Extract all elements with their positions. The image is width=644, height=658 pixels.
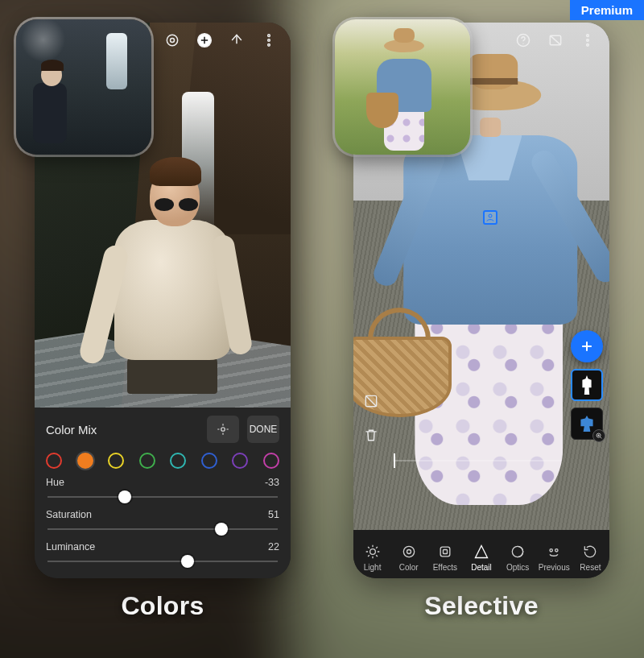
svg-point-3 bbox=[268, 35, 270, 37]
svg-point-16 bbox=[369, 549, 375, 555]
svg-point-11 bbox=[587, 39, 589, 42]
share-icon[interactable] bbox=[226, 30, 247, 51]
color-mix-panel: Color Mix DONE bbox=[35, 408, 291, 578]
tool-detail[interactable]: Detail bbox=[464, 544, 498, 572]
svg-point-5 bbox=[268, 44, 270, 47]
svg-point-1 bbox=[171, 39, 175, 43]
mask-tool-column bbox=[569, 330, 605, 440]
luminance-value: 22 bbox=[268, 541, 279, 552]
swatch-magenta[interactable] bbox=[263, 453, 279, 469]
swatch-orange[interactable] bbox=[77, 453, 93, 469]
left-before-thumbnail bbox=[16, 19, 151, 155]
right-panel: Light Color Effects Detail Optics bbox=[338, 23, 625, 640]
swatch-aqua[interactable] bbox=[170, 453, 186, 469]
swatch-yellow[interactable] bbox=[108, 453, 124, 469]
person-selection-marker[interactable] bbox=[483, 210, 497, 225]
tool-optics[interactable]: Optics bbox=[501, 544, 535, 572]
view-original-icon[interactable] bbox=[162, 30, 183, 51]
svg-point-10 bbox=[587, 35, 589, 37]
panel-title: Color Mix bbox=[46, 423, 199, 437]
left-panel: Color Mix DONE bbox=[19, 23, 306, 640]
svg-point-17 bbox=[403, 546, 414, 557]
tool-effects[interactable]: Effects bbox=[427, 544, 462, 572]
hue-value: -33 bbox=[265, 477, 279, 488]
saturation-value: 51 bbox=[268, 509, 279, 520]
premium-badge: Premium bbox=[570, 0, 644, 20]
subject-person bbox=[85, 143, 246, 384]
luminance-slider[interactable]: Luminance 22 bbox=[46, 541, 279, 567]
hue-slider[interactable]: Hue -33 bbox=[46, 477, 279, 503]
svg-point-22 bbox=[550, 549, 552, 552]
tool-light[interactable]: Light bbox=[355, 544, 390, 572]
selective-toolbar: Light Color Effects Detail Optics bbox=[353, 530, 609, 578]
saturation-label: Saturation bbox=[46, 509, 92, 520]
hue-label: Hue bbox=[46, 477, 64, 488]
add-mask-button[interactable] bbox=[571, 330, 603, 362]
mask-zoom-button[interactable] bbox=[592, 429, 605, 442]
svg-point-0 bbox=[167, 35, 177, 45]
tool-previous[interactable]: Previous bbox=[537, 544, 572, 572]
svg-rect-19 bbox=[440, 547, 450, 557]
invert-mask-icon[interactable] bbox=[360, 390, 382, 412]
svg-point-13 bbox=[489, 214, 492, 217]
caption-selective: Selective bbox=[424, 591, 538, 621]
swatch-green[interactable] bbox=[139, 453, 155, 469]
delete-mask-icon[interactable] bbox=[360, 424, 382, 446]
mask-left-tools bbox=[360, 390, 382, 446]
luminance-label: Luminance bbox=[46, 541, 95, 552]
target-adjust-button[interactable] bbox=[207, 416, 239, 443]
more-icon[interactable] bbox=[577, 30, 598, 51]
svg-point-6 bbox=[221, 428, 225, 432]
swatch-red[interactable] bbox=[46, 453, 62, 469]
svg-point-12 bbox=[587, 44, 589, 47]
svg-point-8 bbox=[522, 43, 523, 44]
swatch-purple[interactable] bbox=[232, 453, 248, 469]
svg-point-4 bbox=[268, 39, 270, 42]
swatch-blue[interactable] bbox=[201, 453, 217, 469]
svg-point-23 bbox=[555, 549, 558, 552]
mask-thumb-b[interactable] bbox=[571, 408, 603, 440]
saturation-slider[interactable]: Saturation 51 bbox=[46, 509, 279, 535]
svg-rect-20 bbox=[443, 550, 447, 554]
done-button[interactable]: DONE bbox=[247, 416, 279, 443]
right-before-thumbnail bbox=[335, 19, 470, 155]
help-icon[interactable] bbox=[513, 30, 534, 51]
compare-icon[interactable] bbox=[545, 30, 566, 51]
add-icon[interactable] bbox=[194, 30, 215, 51]
tool-reset[interactable]: Reset bbox=[573, 544, 608, 572]
mask-thumb-a[interactable] bbox=[571, 369, 603, 401]
svg-point-18 bbox=[407, 550, 411, 554]
color-swatch-row bbox=[46, 449, 279, 470]
timeline-scrubber[interactable] bbox=[394, 451, 561, 470]
more-icon[interactable] bbox=[258, 30, 279, 51]
caption-colors: Colors bbox=[121, 591, 204, 621]
tool-color[interactable]: Color bbox=[391, 544, 426, 572]
